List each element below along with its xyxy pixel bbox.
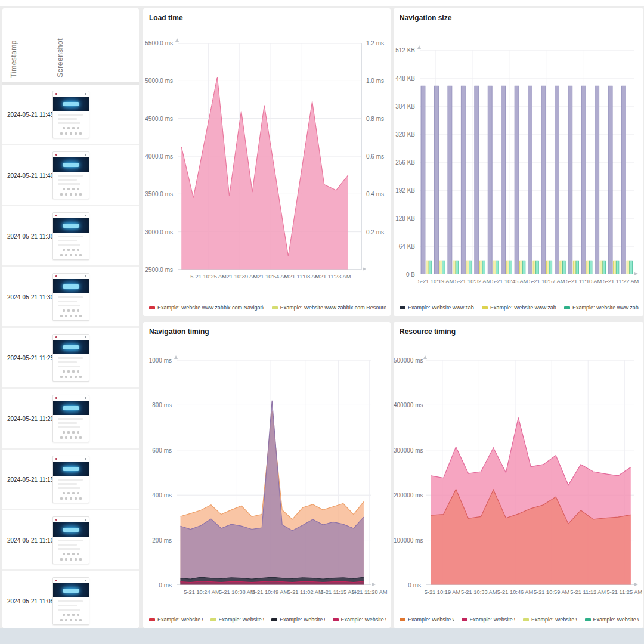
- legend-label: Example: Website www.z...: [157, 617, 203, 623]
- legend-item: Example: Website www.z...: [210, 617, 264, 623]
- table-row: 2024-05-21 11:30:05 AM: [2, 267, 139, 328]
- thumbnail-mini-icon: [79, 315, 82, 317]
- thumbnail-toolbar: [53, 274, 89, 279]
- y-axis-tick-label: 600 ms: [143, 447, 172, 454]
- y-axis-tick-label: 192 KB: [394, 187, 415, 194]
- screenshot-thumbnail: [52, 151, 89, 199]
- thumbnail-highlight-bar: [63, 102, 79, 106]
- y-axis-right-tick-label: 1.0 ms: [366, 78, 390, 84]
- thumbnail-text-line: [58, 244, 80, 246]
- y-axis-arrow-icon: [423, 355, 427, 359]
- thumbnail-highlight-bar: [63, 528, 79, 532]
- thumbnail-mini-icon: [70, 193, 72, 196]
- thumbnail-toolbar: [53, 213, 89, 218]
- chart-legend: Example: Website www.z...Example: Websit…: [149, 617, 386, 623]
- thumbnail-mini-icon: [70, 436, 72, 439]
- x-axis-arrow-icon: [634, 583, 638, 586]
- x-axis-arrow-icon: [372, 583, 376, 586]
- bottom-strip: [0, 628, 644, 644]
- y-axis-tick-label: 448 KB: [394, 75, 415, 82]
- y-axis-right-tick-label: 1.2 ms: [366, 40, 390, 47]
- thumbnail-hero-banner: [53, 157, 89, 172]
- y-axis-tick-label: 1000 ms: [143, 357, 172, 364]
- thumbnail-mini-icon: [75, 254, 77, 256]
- thumbnail-mini-icon: [75, 619, 77, 621]
- thumbnail-toolbar: [53, 517, 89, 522]
- column-header-screenshot: Screenshot: [56, 38, 64, 78]
- thumbnail-mini-icon: [60, 376, 63, 378]
- thumbnail-mini-icon: [65, 376, 67, 378]
- thumbnail-mini-icon: [70, 497, 72, 500]
- thumbnail-mini-icon: [67, 492, 70, 494]
- y-axis-tick-label: 0 B: [394, 271, 415, 278]
- screenshot-thumbnail: [52, 91, 89, 138]
- legend-label: Example: Website www.z...: [531, 617, 577, 623]
- thumbnail-icon-row: [53, 254, 89, 256]
- thumbnail-mini-icon: [72, 614, 75, 616]
- y-axis-tick-label: 4500.0 ms: [143, 116, 173, 122]
- thumbnail-mini-icon: [67, 188, 70, 190]
- screenshot-thumbnail: [52, 395, 89, 442]
- legend-swatch: [400, 618, 405, 621]
- chart-plot-area[interactable]: [420, 50, 634, 274]
- chart-plot-area[interactable]: [177, 360, 371, 585]
- thumbnail-highlight-bar: [63, 345, 79, 349]
- thumbnail-text-line: [58, 540, 83, 541]
- thumbnail-icon-row: [53, 249, 89, 251]
- thumbnail-mini-icon: [79, 436, 82, 439]
- thumbnail-mini-icon: [63, 188, 65, 190]
- thumbnail-mini-icon: [77, 127, 79, 129]
- thumbnail-highlight-bar: [63, 163, 79, 167]
- chart-panel-load-time: Load time 5500.0 ms5000.0 ms4500.0 ms400…: [143, 8, 391, 316]
- legend-item: Example: Website www.z...: [149, 617, 203, 623]
- thumbnail-highlight-bar: [63, 467, 79, 471]
- thumbnail-highlight-bar: [63, 406, 79, 410]
- legend-label: Example: Website www.zabbix.com ...: [408, 305, 474, 311]
- thumbnail-mini-icon: [72, 188, 75, 190]
- table-row: 2024-05-21 11:35:05 AM: [2, 206, 139, 267]
- thumbnail-icon-row: [53, 431, 89, 434]
- thumbnail-text-line: [58, 483, 77, 485]
- chart-plot-area[interactable]: [178, 43, 362, 270]
- y-axis-right-tick-label: 0.2 ms: [366, 229, 390, 236]
- thumbnail-mini-icon: [72, 431, 75, 434]
- thumbnail-mini-icon: [63, 127, 65, 129]
- thumbnail-mini-icon: [67, 127, 70, 129]
- thumbnail-icon-row: [53, 558, 89, 561]
- thumbnail-mini-icon: [65, 193, 67, 196]
- thumbnail-text-line: [58, 175, 83, 177]
- thumbnail-mini-icon: [63, 309, 65, 312]
- thumbnail-mini-icon: [77, 249, 79, 251]
- legend-swatch: [272, 306, 278, 309]
- y-axis-tick-label: 100000 ms: [394, 537, 421, 544]
- page-title: Navigation timing: [149, 327, 209, 336]
- thumbnail-text-line: [58, 600, 83, 602]
- table-row: 2024-05-21 11:15:04 AM: [2, 450, 139, 510]
- chart-plot-area[interactable]: [426, 360, 634, 585]
- legend-item: Example: Website www.z...: [271, 617, 325, 623]
- thumbnail-mini-icon: [79, 193, 82, 196]
- legend-item: Example: Website www.z...: [333, 617, 386, 623]
- thumbnail-mini-icon: [67, 249, 70, 251]
- thumbnail-mini-icon: [60, 254, 63, 256]
- thumbnail-mini-icon: [77, 431, 79, 434]
- screenshot-thumbnail: [52, 334, 89, 382]
- thumbnail-mini-icon: [70, 254, 72, 256]
- thumbnail-toolbar: [53, 335, 89, 340]
- table-row: 2024-05-21 11:45:05 AM: [2, 85, 139, 145]
- thumbnail-text-line: [58, 366, 80, 367]
- thumbnail-red-icon: [55, 275, 57, 277]
- page-title: Resource timing: [400, 327, 456, 336]
- thumbnail-mini-icon: [65, 254, 67, 256]
- thumbnail-red-icon: [55, 580, 57, 581]
- thumbnail-mini-icon: [75, 376, 77, 378]
- y-axis-tick-label: 400000 ms: [394, 402, 421, 408]
- legend-label: Example: Website www.z...: [593, 617, 639, 623]
- thumbnail-icon-row: [53, 193, 89, 196]
- thumbnail-mini-icon: [70, 315, 72, 317]
- thumbnail-hero-banner: [53, 583, 89, 597]
- thumbnail-mini-icon: [72, 370, 75, 373]
- thumbnail-gray-icon: [85, 458, 86, 460]
- thumbnail-mini-icon: [75, 558, 77, 561]
- legend-item: Example: Website www.zabbix.com ...: [400, 305, 474, 311]
